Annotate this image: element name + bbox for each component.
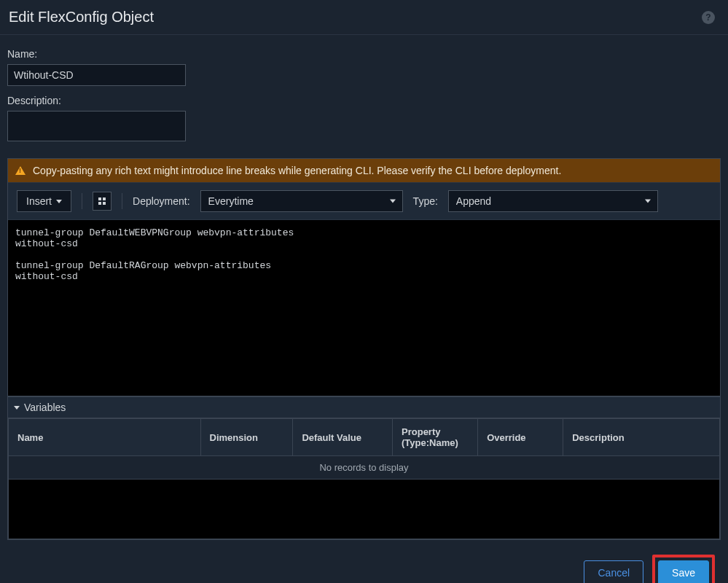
cancel-button[interactable]: Cancel — [584, 560, 643, 583]
description-field-group: Description: — [7, 95, 721, 144]
warning-text: Copy-pasting any rich text might introdu… — [33, 165, 561, 176]
table-header-row: Name Dimension Default Value Property (T… — [9, 419, 720, 456]
dialog-title: Edit FlexConfig Object — [9, 9, 154, 26]
description-input[interactable] — [7, 111, 186, 141]
type-select[interactable]: Append — [448, 190, 658, 212]
expand-icon — [98, 197, 106, 205]
dialog-header: Edit FlexConfig Object ? — [0, 0, 728, 35]
variables-header[interactable]: Variables — [8, 396, 720, 418]
cli-editor[interactable]: tunnel-group DefaultWEBVPNGroup webvpn-a… — [8, 220, 720, 396]
variables-table-wrap: Name Dimension Default Value Property (T… — [8, 418, 720, 539]
save-button[interactable]: Save — [658, 560, 709, 583]
description-label: Description: — [7, 95, 721, 106]
editor-toolbar: Insert Deployment: Everytime Type: Appen… — [8, 182, 720, 220]
col-description: Description — [563, 419, 720, 456]
deployment-select[interactable]: Everytime — [200, 190, 403, 212]
warning-bar: Copy-pasting any rich text might introdu… — [8, 159, 720, 182]
name-field-group: Name: — [7, 48, 721, 86]
dialog-footer: Cancel Save — [0, 540, 728, 583]
warning-icon — [15, 166, 26, 175]
type-label: Type: — [413, 195, 438, 207]
deployment-select-wrap: Everytime — [200, 190, 403, 212]
main-panel: Copy-pasting any rich text might introdu… — [7, 158, 721, 540]
help-icon[interactable]: ? — [702, 11, 715, 24]
col-default-value: Default Value — [293, 419, 393, 456]
expand-button[interactable] — [93, 192, 111, 211]
variables-label: Variables — [24, 402, 66, 413]
save-highlight: Save — [652, 555, 715, 583]
toolbar-divider — [82, 193, 82, 209]
collapse-icon — [14, 406, 20, 410]
variables-empty-text: No records to display — [8, 456, 720, 480]
name-input[interactable] — [7, 64, 186, 86]
insert-button-label: Insert — [26, 195, 52, 207]
col-dimension: Dimension — [200, 419, 293, 456]
col-override: Override — [478, 419, 563, 456]
col-name: Name — [9, 419, 201, 456]
type-select-wrap: Append — [448, 190, 658, 212]
insert-button[interactable]: Insert — [17, 190, 71, 212]
deployment-label: Deployment: — [133, 195, 190, 207]
form-section: Name: Description: — [0, 35, 728, 158]
chevron-down-icon — [56, 200, 62, 203]
toolbar-divider — [122, 193, 122, 209]
col-property: Property (Type:Name) — [393, 419, 478, 456]
variables-table: Name Dimension Default Value Property (T… — [8, 418, 720, 456]
variables-body — [8, 480, 720, 539]
name-label: Name: — [7, 48, 721, 60]
